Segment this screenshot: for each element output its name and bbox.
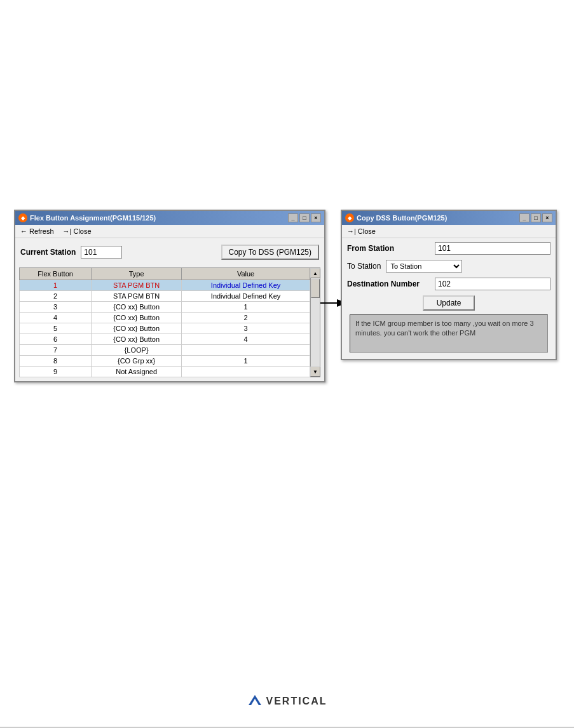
current-station-input[interactable]: [81, 246, 122, 259]
to-station-dropdown[interactable]: To Station: [386, 260, 462, 273]
value-cell: 1: [182, 302, 310, 313]
type-cell: {CO Grp xx}: [92, 356, 182, 367]
value-cell: [182, 367, 310, 377]
copy-to-dss-button[interactable]: Copy To DSS (PGM125): [221, 245, 320, 260]
type-cell: {CO xx} Button: [92, 334, 182, 345]
close-button[interactable]: →| Close: [61, 227, 93, 236]
flex-btn-cell: 3: [20, 302, 92, 313]
scroll-thumb[interactable]: [311, 279, 320, 298]
flex-btn-cell: 6: [20, 334, 92, 345]
minimize-button[interactable]: _: [288, 213, 298, 222]
table-row[interactable]: 6{CO xx} Button4: [20, 334, 310, 345]
close-window-button[interactable]: ×: [311, 213, 321, 222]
copy-dss-titlebar: ◆ Copy DSS Button(PGM125) _ □ ×: [342, 211, 556, 225]
flex-btn-cell: 7: [20, 345, 92, 356]
table-row[interactable]: 2STA PGM BTNIndividual Defined Key: [20, 291, 310, 302]
vertical-logo-icon: [247, 694, 263, 709]
flex-button-window: ◆ Flex Button Assignment(PGM115/125) _ □…: [14, 210, 325, 382]
type-cell: {LOOP}: [92, 345, 182, 356]
copy-dss-form: From Station To Station To Station Desti…: [342, 238, 556, 359]
col-value: Value: [182, 268, 310, 280]
flex-btn-cell: 2: [20, 291, 92, 302]
logo-text: VERTICAL: [266, 696, 327, 707]
value-cell: 2: [182, 313, 310, 323]
table-row[interactable]: 4{CO xx} Button2: [20, 313, 310, 323]
table-wrapper: Flex Button Type Value 1STA PGM BTNIndiv…: [19, 267, 310, 377]
from-station-label: From Station: [347, 244, 430, 253]
restore-button[interactable]: □: [299, 213, 310, 222]
type-cell: {CO xx} Button: [92, 302, 182, 313]
to-station-row: To Station To Station: [347, 260, 550, 273]
flex-btn-cell: 9: [20, 367, 92, 377]
flex-btn-cell: 8: [20, 356, 92, 367]
flex-button-content: Current Station Copy To DSS (PGM125) Fle…: [15, 238, 324, 381]
table-row[interactable]: 9Not Assigned: [20, 367, 310, 377]
flex-button-title-icon: ◆: [18, 213, 27, 222]
copy-dss-close-button[interactable]: →| Close: [345, 227, 378, 236]
copy-dss-title-icon: ◆: [345, 213, 354, 222]
copy-dss-title: Copy DSS Button(PGM125): [357, 214, 447, 222]
table-row[interactable]: 8{CO Grp xx}1: [20, 356, 310, 367]
type-cell: STA PGM BTN: [92, 291, 182, 302]
destination-label: Destination Number: [347, 280, 430, 288]
scroll-down-button[interactable]: ▼: [310, 367, 320, 377]
table-row[interactable]: 3{CO xx} Button1: [20, 302, 310, 313]
type-cell: {CO xx} Button: [92, 313, 182, 323]
table-container: Flex Button Type Value 1STA PGM BTNIndiv…: [19, 267, 320, 377]
value-cell: Individual Defined Key: [182, 280, 310, 291]
value-cell: [182, 345, 310, 356]
refresh-arrow-icon: ←: [20, 227, 27, 235]
current-station-label: Current Station: [20, 248, 76, 257]
logo-area: VERTICAL: [247, 694, 327, 709]
flex-button-title: Flex Button Assignment(PGM115/125): [30, 214, 156, 222]
from-station-row: From Station: [347, 242, 550, 255]
station-row: Current Station Copy To DSS (PGM125): [19, 242, 320, 262]
close-arrow-icon: →|: [63, 227, 72, 235]
info-box: If the ICM group member is too many ,you…: [350, 314, 548, 353]
value-cell: 4: [182, 334, 310, 345]
copy-dss-window: ◆ Copy DSS Button(PGM125) _ □ × →| Close…: [341, 210, 557, 360]
destination-row: Destination Number: [347, 278, 550, 290]
destination-input[interactable]: [435, 278, 550, 290]
copy-dss-minimize[interactable]: _: [519, 213, 530, 222]
update-button[interactable]: Update: [423, 295, 475, 311]
table-header-row: Flex Button Type Value: [20, 268, 310, 280]
table-row[interactable]: 1STA PGM BTNIndividual Defined Key: [20, 280, 310, 291]
flex-btn-cell: 5: [20, 323, 92, 334]
col-flex-button: Flex Button: [20, 268, 92, 280]
close-label: Close: [73, 227, 91, 235]
table-row[interactable]: 5{CO xx} Button3: [20, 323, 310, 334]
copy-dss-title-controls: _ □ ×: [519, 213, 552, 222]
flex-button-toolbar: ← Refresh →| Close: [15, 225, 324, 238]
table-body: 1STA PGM BTNIndividual Defined Key2STA P…: [20, 280, 310, 377]
copy-dss-toolbar: →| Close: [342, 225, 556, 238]
from-station-input[interactable]: [435, 242, 550, 255]
flex-button-titlebar: ◆ Flex Button Assignment(PGM115/125) _ □…: [15, 211, 324, 225]
flex-button-table: Flex Button Type Value 1STA PGM BTNIndiv…: [19, 267, 310, 377]
flex-button-title-controls: _ □ ×: [288, 213, 321, 222]
table-row[interactable]: 7{LOOP}: [20, 345, 310, 356]
scrollbar[interactable]: ▲ ▼: [310, 267, 320, 377]
value-cell: 3: [182, 323, 310, 334]
type-cell: Not Assigned: [92, 367, 182, 377]
scroll-up-button[interactable]: ▲: [310, 268, 320, 278]
col-type: Type: [92, 268, 182, 280]
info-text: If the ICM group member is too many ,you…: [355, 320, 534, 337]
refresh-button[interactable]: ← Refresh: [18, 227, 56, 236]
flex-btn-cell: 4: [20, 313, 92, 323]
value-cell: Individual Defined Key: [182, 291, 310, 302]
copy-dss-close[interactable]: ×: [542, 213, 552, 222]
type-cell: STA PGM BTN: [92, 280, 182, 291]
copy-dss-close-arrow-icon: →|: [347, 227, 356, 235]
to-station-label: To Station: [347, 262, 381, 271]
copy-dss-restore[interactable]: □: [531, 213, 541, 222]
refresh-label: Refresh: [29, 227, 54, 235]
type-cell: {CO xx} Button: [92, 323, 182, 334]
copy-dss-close-label: Close: [358, 227, 376, 235]
value-cell: 1: [182, 356, 310, 367]
flex-btn-cell: 1: [20, 280, 92, 291]
